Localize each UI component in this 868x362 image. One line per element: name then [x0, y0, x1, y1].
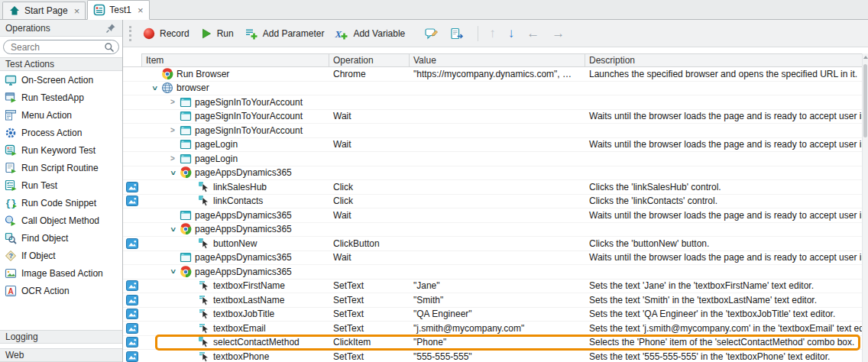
group-header-web[interactable]: Web: [0, 348, 122, 362]
column-header-description[interactable]: Description: [585, 53, 862, 67]
test-step-row-textboxfirstname-settext[interactable]: textboxFirstNameSetText"Jane"Sets the te…: [123, 280, 862, 294]
pin-icon[interactable]: [105, 22, 118, 34]
item-name: pageSignInToYourAccount: [195, 125, 303, 136]
add-parameter-button[interactable]: Add Parameter: [239, 24, 330, 44]
sidebar-spacer: [0, 299, 122, 330]
move-down-button[interactable]: ↓: [508, 27, 515, 40]
move-right-button[interactable]: →: [552, 27, 565, 40]
collapse-icon[interactable]: >: [169, 265, 177, 279]
sidebar-item-run-testedapp[interactable]: Run TestedApp: [0, 89, 122, 106]
test-step-row-textboxemail-settext[interactable]: textboxEmailSetText"j.smith@mycompany.co…: [123, 322, 862, 336]
sidebar-item-image-based-action[interactable]: Image Based Action: [0, 264, 122, 282]
visualizer-icon[interactable]: [126, 195, 138, 207]
toggle-description-button[interactable]: [445, 24, 470, 44]
cell-value: [410, 152, 585, 166]
test-step-row-pagesignintoyouraccount-wait[interactable]: pageSignInToYourAccountWaitWaits until t…: [123, 110, 862, 124]
sidebar-item-process-action[interactable]: Process Action: [0, 124, 122, 141]
test-step-row-browser[interactable]: >browser: [123, 82, 862, 96]
collapse-icon[interactable]: >: [169, 223, 177, 237]
vertical-scrollbar[interactable]: [862, 53, 868, 362]
expand-icon[interactable]: >: [166, 98, 180, 106]
move-up-button[interactable]: ↑: [489, 27, 496, 40]
collapse-icon[interactable]: >: [151, 82, 159, 95]
visualizer-icon[interactable]: [126, 181, 138, 193]
test-step-row-textboxphone-settext[interactable]: textboxPhoneSetText"555-555-555"Sets the…: [123, 350, 862, 362]
visualizer-column-header: [123, 53, 141, 67]
run-button-label: Run: [217, 28, 234, 39]
group-header-logging[interactable]: Logging: [0, 330, 122, 344]
add-comment-button[interactable]: [419, 24, 445, 44]
scrollbar-thumb[interactable]: [863, 64, 867, 137]
cell-item: Run Browser: [141, 67, 329, 81]
sidebar-item-call-object-method[interactable]: Call Object Method: [0, 212, 122, 229]
column-header-operation[interactable]: Operation: [329, 53, 410, 67]
sidebar-item-run-script-routine[interactable]: Run Script Routine: [0, 159, 122, 176]
add-parameter-icon: [245, 27, 259, 40]
test-step-row-pageappsdynamics365-wait[interactable]: pageAppsDynamics365WaitWaits until the b…: [123, 251, 862, 266]
test-step-row-pagelogin[interactable]: >pageLogin: [123, 152, 862, 166]
sidebar-item-menu-action[interactable]: Menu Action: [0, 106, 122, 124]
set-text-action-icon: [198, 294, 210, 306]
column-header-item[interactable]: Item: [141, 53, 329, 67]
run-button[interactable]: Run: [195, 24, 239, 44]
add-variable-button[interactable]: X Add Variable: [329, 24, 410, 44]
search-input[interactable]: [3, 40, 119, 54]
click-action-icon: [198, 195, 210, 207]
visualizer-icon[interactable]: [126, 351, 138, 362]
visualizer-icon[interactable]: [126, 308, 138, 320]
group-header-test-actions[interactable]: Test Actions: [0, 57, 122, 71]
test-step-row-linkcontacts-click[interactable]: linkContactsClickClicks the 'linkContact…: [123, 195, 862, 209]
test-step-row-pagesignintoyouraccount[interactable]: >pageSignInToYourAccount: [123, 124, 862, 138]
visualizer-icon[interactable]: [126, 336, 138, 348]
search-icon[interactable]: [104, 42, 115, 55]
cell-description: Clicks the 'linkSalesHub' control.: [585, 180, 862, 194]
expand-icon[interactable]: >: [166, 126, 180, 134]
sidebar-item-ocr-action[interactable]: AOCR Action: [0, 282, 122, 299]
sidebar-item-on-screen-action[interactable]: On-Screen Action: [0, 71, 122, 89]
sidebar-item-label: Run Test: [21, 180, 57, 191]
svg-text:A: A: [8, 286, 14, 295]
add-variable-button-label: Add Variable: [353, 28, 405, 39]
sidebar-item-run-test[interactable]: Run Test: [0, 176, 122, 194]
tab-test1[interactable]: Test1 ×: [87, 0, 149, 20]
test-step-row-textboxlastname-settext[interactable]: textboxLastNameSetText"Smith"Sets the te…: [123, 293, 862, 308]
test-step-row-run-browser-chrome[interactable]: Run BrowserChrome"https://mycompany.dyna…: [123, 67, 862, 82]
test-step-row-linksaleshub-click[interactable]: linkSalesHubClickClicks the 'linkSalesHu…: [123, 180, 862, 195]
test-step-row-pageappsdynamics365-wait[interactable]: pageAppsDynamics365WaitWaits until the b…: [123, 208, 862, 223]
sidebar-item-label: Run Code Snippet: [21, 198, 96, 208]
column-header-value[interactable]: Value: [410, 53, 585, 67]
toolbar-grip[interactable]: [129, 26, 131, 41]
item-name: pageSignInToYourAccount: [195, 97, 303, 108]
sidebar-item-find-object[interactable]: Find Object: [0, 229, 122, 247]
sidebar-item-if-object[interactable]: ?If Object: [0, 247, 122, 264]
cell-description: [585, 95, 862, 109]
cell-description: Waits until the browser loads the page a…: [585, 251, 862, 265]
visualizer-icon[interactable]: [126, 280, 138, 292]
move-left-button[interactable]: ←: [526, 27, 539, 40]
visualizer-icon[interactable]: [126, 322, 138, 335]
close-tab-icon[interactable]: ×: [138, 5, 144, 15]
sidebar-item-run-keyword-test[interactable]: Run Keyword Test: [0, 141, 122, 159]
test-step-row-pageappsdynamics365[interactable]: >pageAppsDynamics365: [123, 223, 862, 238]
test-step-row-textboxjobtitle-settext[interactable]: textboxJobTitleSetText"QA Engineer"Sets …: [123, 308, 862, 322]
test-step-row-buttonnew-clickbutton[interactable]: buttonNewClickButtonClicks the 'buttonNe…: [123, 237, 862, 251]
record-button[interactable]: Record: [138, 24, 195, 44]
set-text-action-icon: [198, 322, 210, 335]
operations-list: On-Screen ActionRun TestedAppMenu Action…: [0, 71, 122, 299]
expand-icon[interactable]: >: [166, 154, 180, 163]
test-step-row-pageappsdynamics365[interactable]: >pageAppsDynamics365: [123, 265, 862, 280]
visualizer-icon[interactable]: [126, 238, 138, 250]
visualizer-icon[interactable]: [126, 294, 138, 306]
test-step-row-selectcontactmethod-clickitem[interactable]: selectContactMethodClickItem"Phone"Selec…: [123, 336, 862, 351]
test-step-row-pageappsdynamics365[interactable]: >pageAppsDynamics365: [123, 166, 862, 181]
cell-item: buttonNew: [141, 237, 329, 250]
cell-item: textboxFirstName: [141, 280, 329, 293]
test-step-row-pagelogin-wait[interactable]: pageLoginWaitWaits until the browser loa…: [123, 138, 862, 153]
scroll-up-icon[interactable]: [863, 56, 868, 59]
collapse-icon[interactable]: >: [169, 166, 177, 180]
visualizer-cell: [123, 265, 141, 279]
sidebar-item-run-code-snippet[interactable]: {}Run Code Snippet: [0, 194, 122, 212]
test-step-row-pagesignintoyouraccount[interactable]: >pageSignInToYourAccount: [123, 95, 862, 110]
close-tab-icon[interactable]: ×: [74, 6, 80, 16]
tab-start-page[interactable]: Start Page ×: [2, 2, 86, 19]
